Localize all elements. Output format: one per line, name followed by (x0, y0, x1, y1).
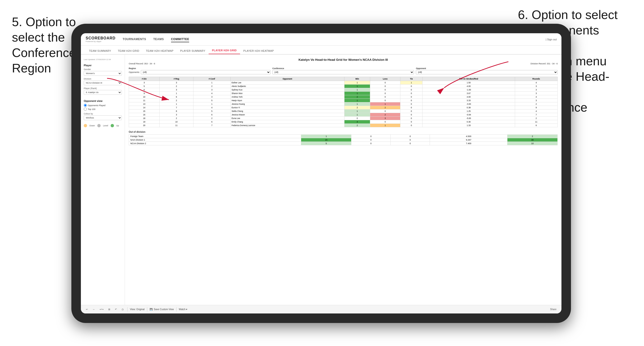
nav-items: TOURNAMENTS TEAMS COMMITTEE (123, 36, 546, 42)
table-row: 1636Jessica Mason120-0.947 (129, 113, 558, 117)
subnav-player-h2h-heatmap[interactable]: PLAYER H2H HEATMAP (240, 47, 277, 54)
out-table-row: NAIA Division 115009.26730 (129, 138, 558, 142)
col-tie: Tie (400, 77, 422, 81)
toolbar-sep1 (127, 307, 128, 312)
colour-by-label: Colour by (84, 113, 122, 115)
gender-label: Gender (84, 68, 122, 71)
table-row: 19106Emily Chang4000.3011 (129, 120, 558, 124)
toolbar-clock[interactable]: ◷ (120, 307, 125, 311)
subnav-team-h2h-grid[interactable]: TEAM H2H GRID (114, 47, 142, 54)
nav-teams[interactable]: TEAMS (153, 36, 164, 42)
toolbar-back[interactable]: ↶ (114, 307, 118, 311)
filter-region-select[interactable]: (All) (141, 70, 270, 74)
table-row: 1311Jessica Huang110-3.002 (129, 102, 558, 106)
toolbar-sep3 (176, 307, 176, 312)
arrow-left (100, 76, 176, 105)
table-row: 1063Andrea York2004.004 (129, 95, 558, 99)
arrow-right (432, 59, 516, 93)
filter-conference-select[interactable]: (All) (272, 70, 414, 74)
toolbar-watch[interactable]: Watch ▾ (179, 308, 188, 311)
dot-down (84, 124, 87, 127)
toolbar-redo2[interactable]: ↩↪ (98, 307, 105, 311)
nav-sign-out[interactable]: | Sign out (546, 38, 557, 41)
logo-area: SCOREBOARD Powered by clippd (86, 36, 116, 42)
sub-nav: TEAM SUMMARY TEAM H2H GRID TEAM H2H HEAT… (81, 46, 562, 55)
filter-opponents-label: Opponents: (129, 71, 140, 73)
gender-select[interactable]: Women's (84, 71, 122, 76)
subnav-player-summary[interactable]: PLAYER SUMMARY (177, 47, 209, 54)
filter-group-conference: Conference (All) (272, 67, 414, 74)
col-loss: Loss (370, 77, 400, 81)
table-row: 20117Federica Domecq Lacroze2101.336 (129, 124, 558, 127)
toolbar-share[interactable]: Share (549, 307, 558, 311)
top-nav: SCOREBOARD Powered by clippd TOURNAMENTS… (81, 33, 562, 46)
colour-by-select[interactable]: Win/loss (84, 115, 122, 120)
subnav-player-h2h-grid[interactable]: PLAYER H2H GRID (209, 47, 240, 54)
dot-up (110, 124, 114, 127)
radio-top100[interactable]: Top 100 (84, 108, 122, 111)
out-of-division: Out of division Foreign Team1004.5002NAI… (129, 131, 558, 145)
col-rounds: Rounds (515, 77, 558, 81)
out-title: Out of division (129, 131, 558, 133)
bottom-toolbar: ↩ ↔ ↩↪ ⊞ ↶ ◷ View: Original 💾 Save Custo… (81, 305, 562, 314)
out-table-row: Foreign Team1004.5002 (129, 135, 558, 138)
table-row: 1474Eunice Yi2200.389 (129, 106, 558, 110)
table-row: 1585Stella Cheng1001.254 (129, 110, 558, 113)
logo-scoreboard: SCOREBOARD (86, 36, 116, 40)
toolbar-undo[interactable]: ↩ (85, 307, 89, 311)
toolbar-save-custom[interactable]: 💾 Save Custom View (150, 308, 174, 311)
out-table: Foreign Team1004.5002NAIA Division 11500… (129, 134, 558, 145)
opponent-view-radios: Opponents Played Top 100 (84, 104, 122, 111)
toolbar-grid[interactable]: ⊞ (107, 307, 111, 311)
toolbar-sep2 (147, 307, 147, 312)
colour-dots: Down Level Up (84, 124, 122, 127)
dot-level (97, 124, 101, 127)
toolbar-view-original[interactable]: View: Original (130, 308, 145, 311)
table-row: 1822Euna Lee030-5.002 (129, 117, 558, 120)
player-section-title: Player (84, 64, 122, 67)
col-win: Win (344, 77, 370, 81)
nav-tournaments[interactable]: TOURNAMENTS (123, 36, 146, 42)
filter-group-region: Region Opponents: (All) (129, 67, 270, 74)
subnav-team-summary[interactable]: TEAM SUMMARY (86, 47, 114, 54)
nav-committee[interactable]: COMMITTEE (171, 36, 189, 42)
logo-sub: Powered by clippd (86, 40, 116, 42)
toolbar-redo1[interactable]: ↔ (91, 307, 96, 311)
out-table-row: NCAA Division 25007.40010 (129, 142, 558, 145)
subnav-team-h2h-heatmap[interactable]: TEAM H2H HEATMAP (142, 47, 177, 54)
last-updated: Last Updated: 27/03/2024 12:34 (84, 58, 122, 61)
col-opponent: Opponent (230, 77, 344, 81)
table-row: 1125Heejo Hyun1003.333 (129, 99, 558, 102)
col-conf: # Conf (193, 77, 230, 81)
